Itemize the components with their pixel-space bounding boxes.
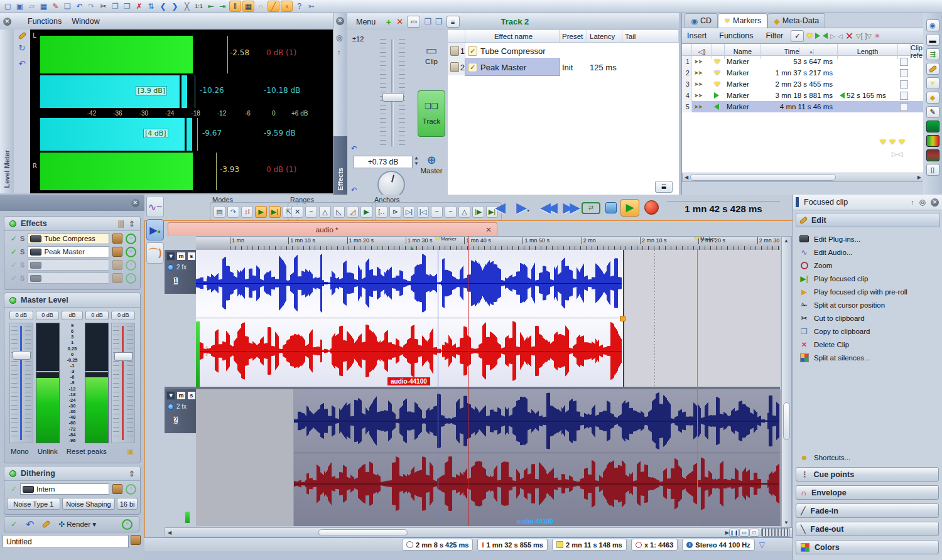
fast-forward-icon[interactable]: ▶▶ — [563, 201, 577, 215]
zoom-fit-icon[interactable]: □ — [749, 529, 759, 537]
anchor-start-icon[interactable]: [‥ — [376, 206, 387, 218]
slot-active-check[interactable]: ✓ — [11, 261, 17, 269]
slot-active-check[interactable]: ✓ — [11, 274, 17, 283]
audio-file-tab[interactable]: audio * ✕ — [168, 222, 497, 236]
col-tail[interactable]: Tail — [622, 30, 679, 42]
solo-label[interactable]: S — [20, 248, 24, 256]
menu-edit-plugins[interactable]: Edit Plug-ins... — [793, 232, 942, 245]
reset-knob-icon[interactable]: ↶ — [351, 186, 357, 194]
marker-row-selected[interactable]: 5➤➤ Marker 4 mn 11 s 46 ms — [682, 101, 924, 112]
fader-db-label[interactable]: 0 dB — [111, 311, 135, 320]
scale-db-label[interactable]: dB — [62, 311, 83, 320]
cut-icon[interactable]: ✂ — [98, 1, 109, 11]
paste-icon[interactable]: ❒ — [435, 18, 443, 26]
anchor-prev-icon[interactable]: |◁ — [417, 206, 429, 218]
effect-enabled-checkbox[interactable]: ✓ — [468, 63, 477, 72]
cd-view-icon[interactable]: ◉ — [926, 19, 939, 31]
menu-insert[interactable]: Insert — [682, 31, 712, 40]
anchor-wave-b-icon[interactable]: ~ — [445, 206, 457, 218]
region-end-icon[interactable]: ]▽ — [865, 33, 872, 40]
markers-hscrollbar[interactable]: ◀ ▶ — [682, 173, 924, 182]
preset-icon[interactable] — [112, 484, 122, 494]
solo-label[interactable]: S — [20, 261, 24, 269]
target-master[interactable]: ⊕ Master — [418, 153, 445, 175]
tools-wrench-icon[interactable] — [926, 63, 939, 75]
save-icon[interactable]: ▦ — [38, 1, 49, 11]
fx-count-label[interactable]: 2 fx — [176, 264, 187, 271]
snap-to-grid-icon[interactable]: ▦ — [242, 1, 254, 12]
duplicate-icon[interactable]: ❏ — [62, 1, 73, 11]
scroll-right-icon[interactable]: ▶ — [916, 175, 923, 180]
zoom-one-to-one-icon[interactable]: 1:1 — [193, 1, 204, 11]
menu-filter[interactable]: Filter — [761, 31, 788, 40]
status-edit-time[interactable]: 2 mn 8 s 425 ms — [402, 539, 473, 551]
menu-functions[interactable]: Functions — [714, 31, 758, 40]
marker-checkbox[interactable] — [900, 92, 908, 100]
play-to-marker-icon[interactable] — [823, 33, 828, 39]
track-number[interactable]: 2 — [173, 416, 178, 424]
bypass-icon[interactable]: ▭ — [407, 16, 420, 28]
fx-count-label[interactable]: 2 fx — [176, 403, 187, 410]
effect-enabled-checkbox[interactable]: ✓ — [468, 46, 477, 56]
speaker-monitor-icon[interactable]: ◖ — [281, 1, 293, 12]
play-from-marker-icon[interactable] — [815, 33, 820, 39]
save-as-icon[interactable]: ✎ — [50, 1, 61, 11]
master-level-header[interactable]: Master Level — [4, 293, 140, 308]
scroll-thumb[interactable] — [783, 402, 790, 440]
anchor-envelope-icon[interactable]: △ — [458, 206, 470, 218]
status-format[interactable]: iStereo 44 100 Hz — [682, 539, 754, 551]
fader-db-label[interactable]: 0 dB — [9, 311, 33, 320]
podcast-icon[interactable]: ⌒) — [146, 242, 164, 264]
remove-effect-icon[interactable]: ✕ — [396, 18, 403, 26]
envelope-button[interactable]: ∩Envelope — [796, 485, 939, 500]
nudge-left-icon[interactable]: ⇤ — [205, 1, 216, 11]
master-fader-left[interactable] — [9, 323, 33, 443]
spectrum-meter-icon[interactable] — [926, 121, 939, 132]
fader-handle[interactable] — [13, 351, 31, 360]
cue-points-button[interactable]: ⋮Cue points — [796, 467, 939, 482]
play-back-outline-icon[interactable]: ◁ — [838, 33, 843, 40]
play-backward-icon[interactable]: ◀ — [495, 201, 506, 215]
col-effect-name[interactable]: Effect name — [465, 30, 560, 42]
play-button[interactable]: ▶ — [620, 199, 639, 217]
zoom-out-icon[interactable]: ▭ — [739, 529, 749, 537]
reset-icon[interactable]: ↶ — [26, 519, 34, 530]
undo-icon[interactable]: ↶ — [19, 59, 26, 68]
apply-check-icon[interactable]: ✓ — [11, 520, 17, 529]
copy-icon[interactable]: ❐ — [110, 1, 121, 11]
master-fader-right[interactable] — [111, 323, 135, 443]
markers-view-icon[interactable] — [926, 77, 939, 89]
solo-label[interactable]: S — [20, 274, 24, 282]
menu-cut-to-clipboard[interactable]: ✂Cut to clipboard — [793, 311, 942, 325]
preset-icon[interactable] — [112, 247, 122, 257]
track2-lane[interactable]: audio-44100 — [196, 389, 780, 526]
render-button[interactable]: ✣ Render ▾ — [58, 520, 96, 529]
zoom-wheel[interactable] — [761, 528, 790, 537]
hand-tool-icon[interactable]: ➳ — [306, 1, 317, 11]
options-icon[interactable]: ◎ — [919, 198, 926, 207]
play-forward-icon[interactable]: ▶▾ — [516, 201, 529, 215]
mode-cursor-icon[interactable]: ↕I — [241, 206, 253, 218]
solo-button[interactable]: s — [187, 252, 196, 261]
stop-button[interactable] — [605, 202, 617, 213]
close-icon[interactable]: ✕ — [336, 17, 344, 25]
preset-icon[interactable] — [131, 535, 141, 545]
menu-functions[interactable]: Functions — [23, 17, 67, 26]
gain-value-field[interactable]: +0.73 dB — [354, 156, 413, 168]
meter-db-label[interactable]: 0 dB — [36, 311, 60, 320]
collapse-icon[interactable]: ⇕ — [129, 469, 135, 478]
drag-grip[interactable] — [796, 197, 799, 207]
auto-split-icon[interactable]: ╱ — [268, 1, 279, 12]
navigate-back-icon[interactable]: ❮ — [158, 1, 168, 11]
mute-button[interactable]: m — [176, 252, 185, 261]
anchor-next-icon[interactable]: ▷| — [403, 206, 415, 218]
notes-icon[interactable]: ✎ — [926, 106, 939, 118]
power-icon[interactable]: ○ — [126, 260, 136, 271]
target-track[interactable]: ❑❑ Track — [418, 90, 445, 137]
anchor-flag-icon[interactable]: ⊳ — [389, 206, 401, 218]
marker-row[interactable]: 1➤➤ Marker 53 s 647 ms — [682, 56, 924, 67]
fx-indicator-icon[interactable] — [168, 264, 174, 271]
redo-icon[interactable]: ↻ — [19, 43, 26, 53]
slot-active-check[interactable]: ✓ — [11, 247, 17, 256]
add-effect-icon[interactable]: ＋ — [384, 18, 392, 26]
